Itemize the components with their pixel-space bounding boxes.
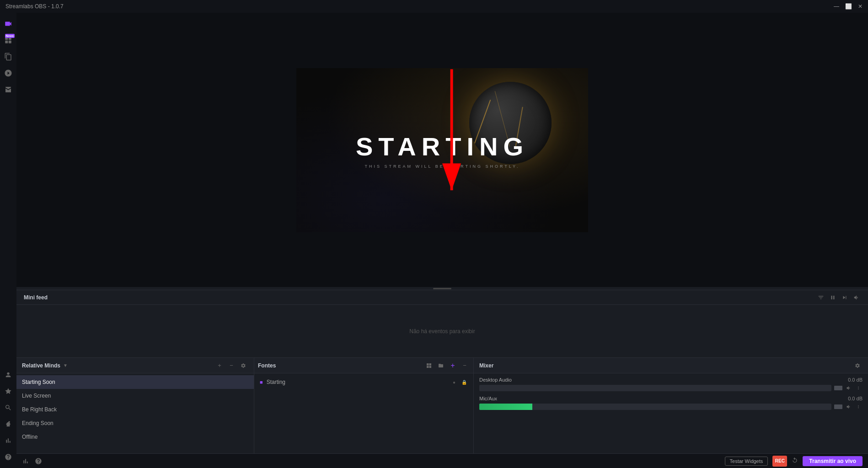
source-lock-button[interactable]: 🔒 bbox=[461, 378, 468, 386]
mixer-knob-desktop bbox=[834, 386, 842, 390]
sources-remove-button[interactable]: − bbox=[460, 361, 470, 371]
scenes-settings-button[interactable] bbox=[238, 361, 248, 371]
feed-skip-button[interactable] bbox=[841, 293, 849, 302]
svg-rect-9 bbox=[429, 363, 432, 366]
sidebar-item-video[interactable] bbox=[1, 16, 16, 31]
sidebar: Novo bbox=[0, 13, 16, 468]
bottom-panels: Relative Minds ▼ + − Starting Soon Live … bbox=[16, 357, 868, 453]
mixer-settings-desktop[interactable] bbox=[854, 384, 863, 392]
sidebar-item-alerts[interactable] bbox=[1, 384, 16, 399]
mixer-channel-desktop-header: Desktop Audio 0.0 dB bbox=[479, 377, 863, 383]
mixer-settings-button[interactable] bbox=[852, 361, 863, 371]
scenes-controls: + − bbox=[214, 361, 248, 371]
close-button[interactable]: ✕ bbox=[856, 2, 864, 11]
reset-button[interactable] bbox=[792, 457, 798, 465]
scenes-dropdown-arrow[interactable]: ▼ bbox=[63, 363, 68, 368]
mixer-title: Mixer bbox=[479, 362, 493, 369]
source-label: Starting bbox=[267, 379, 285, 385]
scene-item-offline[interactable]: Offline bbox=[16, 430, 254, 444]
mixer-header: Mixer bbox=[474, 358, 868, 373]
sidebar-item-new[interactable]: Novo bbox=[1, 33, 16, 48]
scene-item-starting-soon[interactable]: Starting Soon bbox=[16, 375, 254, 389]
source-item-starting[interactable]: ■ Starting ● 🔒 bbox=[254, 375, 473, 389]
stats-button[interactable] bbox=[22, 457, 29, 465]
mini-feed-controls bbox=[817, 293, 861, 302]
scenes-header: Relative Minds ▼ + − bbox=[16, 358, 254, 373]
status-bar: Testar Widgets REC Transmitir ao vivo bbox=[16, 453, 868, 468]
sources-controls: + − bbox=[424, 361, 470, 371]
test-widgets-button[interactable]: Testar Widgets bbox=[725, 457, 768, 466]
scenes-title-area: Relative Minds ▼ bbox=[22, 362, 68, 369]
svg-rect-10 bbox=[427, 366, 429, 368]
go-live-button[interactable]: Transmitir ao vivo bbox=[803, 456, 863, 466]
sidebar-item-search[interactable] bbox=[1, 400, 16, 415]
sidebar-item-profile[interactable] bbox=[1, 367, 16, 382]
preview-content: STARTING THIS STREAM WILL BE STARTING SH… bbox=[296, 68, 588, 232]
maximize-button[interactable]: ⬜ bbox=[844, 2, 852, 11]
status-right: Testar Widgets REC Transmitir ao vivo bbox=[725, 456, 863, 467]
mixer-settings-mic[interactable] bbox=[854, 403, 863, 411]
sources-header: Fontes + − bbox=[254, 358, 473, 373]
sources-title: Fontes bbox=[258, 362, 276, 369]
mixer-level-mic bbox=[479, 404, 532, 410]
titlebar-controls: — ⬜ ✕ bbox=[832, 2, 864, 11]
channel-desktop-db: 0.0 dB bbox=[848, 377, 863, 383]
scene-item-live-screen[interactable]: Live Screen bbox=[16, 389, 254, 403]
sources-panel: Fontes + − ■ Starti bbox=[254, 358, 474, 453]
mini-feed-title: Mini feed bbox=[24, 294, 48, 301]
mixer-panel: Mixer Desktop Audio 0.0 dB bbox=[474, 358, 868, 453]
status-left bbox=[22, 457, 42, 465]
new-badge: Novo bbox=[5, 34, 15, 38]
svg-rect-3 bbox=[9, 41, 11, 43]
sidebar-item-stats[interactable] bbox=[1, 433, 16, 448]
preview-canvas: STARTING THIS STREAM WILL BE STARTING SH… bbox=[296, 68, 588, 232]
preview-area: STARTING THIS STREAM WILL BE STARTING SH… bbox=[16, 13, 868, 287]
sources-add-button[interactable]: + bbox=[448, 361, 458, 371]
help-status-button[interactable] bbox=[35, 457, 42, 465]
feed-pause-button[interactable] bbox=[829, 293, 837, 302]
preview-subtitle: THIS STREAM WILL BE STARTING SHORTLY. bbox=[365, 164, 520, 169]
mixer-track-desktop bbox=[479, 385, 831, 391]
mixer-content: Desktop Audio 0.0 dB bbox=[474, 373, 868, 453]
app: Novo bbox=[0, 13, 868, 468]
source-type-icon: ■ bbox=[260, 379, 263, 385]
sidebar-item-theme[interactable] bbox=[1, 66, 16, 80]
scene-item-ending-soon[interactable]: Ending Soon bbox=[16, 416, 254, 430]
mixer-mute-mic[interactable] bbox=[844, 403, 852, 411]
sidebar-item-store[interactable] bbox=[1, 82, 16, 97]
scenes-list: Starting Soon Live Screen Be Right Back … bbox=[16, 373, 254, 453]
mixer-channel-desktop: Desktop Audio 0.0 dB bbox=[479, 377, 863, 392]
sidebar-item-gift[interactable] bbox=[1, 417, 16, 431]
svg-marker-5 bbox=[5, 388, 11, 394]
channel-desktop-name: Desktop Audio bbox=[479, 377, 512, 383]
scenes-title: Relative Minds bbox=[22, 362, 60, 369]
titlebar: Streamlabs OBS - 1.0.7 — ⬜ ✕ bbox=[0, 0, 868, 13]
mixer-track-mic bbox=[479, 404, 831, 410]
minimize-button[interactable]: — bbox=[832, 2, 841, 11]
svg-rect-8 bbox=[427, 363, 429, 366]
sidebar-item-copy[interactable] bbox=[1, 49, 16, 64]
sources-list: ■ Starting ● 🔒 bbox=[254, 373, 473, 453]
sources-folder-button[interactable] bbox=[436, 361, 446, 371]
mixer-knob-mic bbox=[834, 404, 842, 409]
sidebar-item-help[interactable] bbox=[1, 450, 16, 464]
feed-filter-button[interactable] bbox=[817, 293, 825, 302]
source-eye-button[interactable]: ● bbox=[450, 378, 458, 386]
scenes-remove-button[interactable]: − bbox=[226, 361, 236, 371]
scenes-add-button[interactable]: + bbox=[214, 361, 225, 371]
channel-mic-db: 0.0 dB bbox=[848, 396, 863, 401]
mini-feed-header: Mini feed bbox=[16, 290, 868, 305]
mixer-mute-desktop[interactable] bbox=[844, 384, 852, 392]
resize-bar bbox=[433, 288, 451, 289]
scenes-panel: Relative Minds ▼ + − Starting Soon Live … bbox=[16, 358, 254, 453]
sources-scene-button[interactable] bbox=[424, 361, 434, 371]
channel-mic-name: Mic/Aux bbox=[479, 396, 497, 401]
content: STARTING THIS STREAM WILL BE STARTING SH… bbox=[16, 13, 868, 468]
feed-volume-button[interactable] bbox=[852, 293, 861, 302]
preview-title: STARTING bbox=[356, 132, 529, 161]
svg-rect-2 bbox=[5, 41, 8, 43]
mixer-channel-mic: Mic/Aux 0.0 dB bbox=[479, 396, 863, 411]
scene-item-be-right-back[interactable]: Be Right Back bbox=[16, 403, 254, 416]
mixer-channel-mic-header: Mic/Aux 0.0 dB bbox=[479, 396, 863, 401]
rec-button[interactable]: REC bbox=[772, 456, 787, 467]
